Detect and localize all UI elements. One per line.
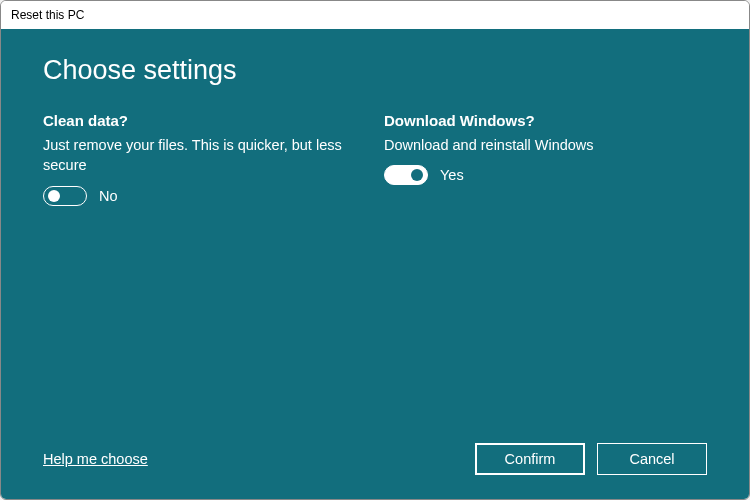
toggle-knob-icon <box>48 190 60 202</box>
download-windows-toggle-row: Yes <box>384 165 707 185</box>
clean-data-description: Just remove your files. This is quicker,… <box>43 135 366 176</box>
button-row: Confirm Cancel <box>475 443 707 475</box>
download-windows-toggle-label: Yes <box>440 167 464 183</box>
page-title: Choose settings <box>43 55 707 86</box>
option-clean-data: Clean data? Just remove your files. This… <box>43 112 366 206</box>
download-windows-description: Download and reinstall Windows <box>384 135 707 155</box>
clean-data-heading: Clean data? <box>43 112 366 129</box>
dialog-footer: Help me choose Confirm Cancel <box>43 443 707 475</box>
clean-data-toggle[interactable] <box>43 186 87 206</box>
titlebar: Reset this PC <box>1 1 749 29</box>
download-windows-heading: Download Windows? <box>384 112 707 129</box>
clean-data-toggle-row: No <box>43 186 366 206</box>
help-me-choose-link[interactable]: Help me choose <box>43 451 148 467</box>
dialog-content: Choose settings Clean data? Just remove … <box>1 29 749 499</box>
download-windows-toggle[interactable] <box>384 165 428 185</box>
reset-pc-window: Reset this PC Choose settings Clean data… <box>0 0 750 500</box>
window-title: Reset this PC <box>11 8 84 22</box>
toggle-knob-icon <box>411 169 423 181</box>
confirm-button[interactable]: Confirm <box>475 443 585 475</box>
cancel-button[interactable]: Cancel <box>597 443 707 475</box>
clean-data-toggle-label: No <box>99 188 118 204</box>
options-row: Clean data? Just remove your files. This… <box>43 112 707 206</box>
option-download-windows: Download Windows? Download and reinstall… <box>384 112 707 206</box>
